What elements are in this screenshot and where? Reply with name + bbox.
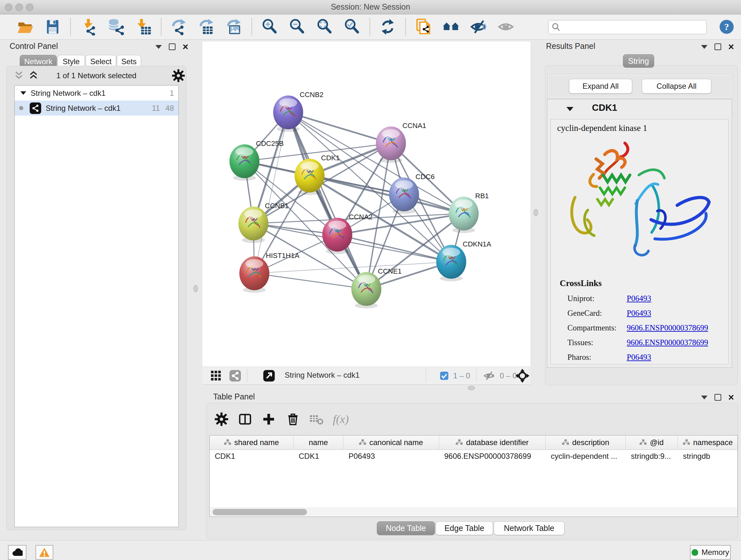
- results-panel-float-icon[interactable]: [715, 44, 721, 50]
- first-neighbors-button[interactable]: [414, 17, 433, 36]
- crosslink-row: Compartments: 9606.ENSP00000378699: [567, 320, 721, 335]
- tab-network-table[interactable]: Network Table: [494, 521, 564, 535]
- column-header-namespace[interactable]: namespace: [678, 435, 738, 449]
- expand-all-button[interactable]: Expand All: [569, 79, 632, 94]
- search-input[interactable]: [563, 22, 706, 32]
- export-table-button[interactable]: [197, 17, 216, 36]
- node-rb1[interactable]: RB1: [449, 192, 489, 233]
- table-panel-float-icon[interactable]: [715, 394, 721, 401]
- results-panel-header-controls: ×: [701, 44, 734, 50]
- network-badge-icon[interactable]: [229, 370, 241, 382]
- cell-database-identifier[interactable]: 9606.ENSP00000378699: [439, 450, 546, 462]
- network-canvas[interactable]: CCNB2 CCNA1 CDC25B CDK1 CDC6 R: [202, 42, 530, 367]
- results-panel-close-icon[interactable]: ×: [728, 44, 734, 50]
- toggle-columns-button[interactable]: [236, 410, 254, 428]
- show-all-button[interactable]: [496, 17, 515, 36]
- tab-node-table[interactable]: Node Table: [377, 521, 435, 535]
- import-network-from-database-button[interactable]: [107, 17, 125, 36]
- refresh-view-button[interactable]: [379, 17, 397, 36]
- cell-shared-name[interactable]: CDK1: [210, 450, 293, 462]
- collection-expander-icon[interactable]: [20, 91, 26, 95]
- zoom-out-button[interactable]: [288, 17, 307, 36]
- help-button[interactable]: ?: [719, 19, 734, 35]
- crosslink-link[interactable]: P06493: [627, 353, 651, 362]
- hide-selected-button[interactable]: [469, 17, 488, 36]
- import-network-from-file-button[interactable]: [79, 17, 98, 36]
- network-type-icon: [30, 103, 41, 114]
- scrollbar-thumb[interactable]: [212, 509, 307, 515]
- import-table-from-file-button[interactable]: [134, 17, 152, 36]
- cell-description[interactable]: cyclin-dependent ...: [546, 450, 626, 462]
- tab-edge-table[interactable]: Edge Table: [435, 521, 493, 535]
- birdseye-view-button[interactable]: [442, 17, 460, 36]
- cell-canonical-name[interactable]: P06493: [343, 450, 439, 462]
- import-network-from-database-icon: [107, 18, 125, 36]
- grid-view-icon[interactable]: [211, 370, 221, 381]
- crosslink-link[interactable]: P06493: [627, 294, 651, 303]
- table-panel: f(x) shared namenamecanonical namedataba…: [206, 403, 738, 539]
- bottom-splitter-handle[interactable]: [468, 386, 475, 390]
- network-options-gear-icon[interactable]: [172, 69, 185, 83]
- search-icon: [551, 22, 561, 32]
- column-header-name[interactable]: name: [293, 435, 343, 449]
- control-panel-float-icon[interactable]: [169, 44, 176, 50]
- open-session-button[interactable]: [16, 17, 35, 36]
- crosslink-row: Tissues: 9606.ENSP00000378699: [567, 335, 721, 350]
- crosslink-link[interactable]: 9606.ENSP00000378699: [627, 338, 708, 347]
- gene-card-expander-icon[interactable]: [566, 107, 574, 111]
- table-horizontal-scrollbar[interactable]: [210, 508, 737, 516]
- zoom-selected-button[interactable]: [343, 17, 361, 36]
- node-ccna1[interactable]: CCNA1: [376, 122, 426, 163]
- right-splitter-handle[interactable]: [534, 209, 538, 216]
- hide-selected-icon: [470, 18, 487, 36]
- control-panel-menu-icon[interactable]: [155, 45, 162, 49]
- warning-status-button[interactable]: [36, 545, 53, 560]
- export-image-button[interactable]: [225, 17, 243, 36]
- column-header--id[interactable]: @id: [626, 435, 678, 449]
- node-ccnb2[interactable]: CCNB2: [273, 91, 324, 132]
- birdseye-toggle-icon[interactable]: [515, 368, 530, 383]
- crosslinks-list: Uniprot: P06493GeneCard: P06493Compartme…: [567, 291, 721, 365]
- table-settings-button[interactable]: [212, 410, 230, 428]
- selected-checkbox-icon[interactable]: [440, 371, 449, 380]
- svg-text:?: ?: [724, 21, 729, 32]
- add-column-button[interactable]: [260, 410, 278, 428]
- open-session-icon: [17, 18, 34, 36]
- collapse-all-button[interactable]: Collapse All: [642, 79, 711, 94]
- table-row[interactable]: CDK1CDK1P064939606.ENSP00000378699cyclin…: [210, 450, 738, 462]
- control-panel-title: Control Panel: [10, 42, 58, 51]
- cell--id[interactable]: stringdb:9...: [626, 450, 678, 462]
- column-header-database-identifier[interactable]: database identifier: [439, 435, 546, 449]
- cloud-status-button[interactable]: [8, 545, 26, 560]
- node-cdkn1a[interactable]: CDKN1A: [436, 240, 491, 281]
- zoom-in-button[interactable]: [260, 17, 279, 36]
- tab-string[interactable]: String: [623, 54, 654, 68]
- column-header-description[interactable]: description: [546, 435, 626, 449]
- table-panel-close-icon[interactable]: ×: [728, 394, 734, 401]
- gene-card: CDK1 cyclin-dependent kinase 1: [547, 99, 732, 368]
- crosslink-link[interactable]: 9606.ENSP00000378699: [627, 323, 708, 332]
- column-header-shared-name[interactable]: shared name: [210, 435, 293, 449]
- table-panel-menu-icon[interactable]: [701, 395, 708, 399]
- edge-CCNA2-CDKN1A: [337, 235, 451, 262]
- left-splitter-handle[interactable]: [193, 285, 198, 292]
- control-panel-close-icon[interactable]: ×: [183, 44, 188, 50]
- results-panel-menu-icon[interactable]: [701, 45, 708, 49]
- network-row[interactable]: String Network – cdk1 11 48: [15, 101, 179, 116]
- save-session-button[interactable]: [44, 17, 62, 36]
- crosslink-link[interactable]: P06493: [627, 309, 651, 318]
- cell-name[interactable]: CDK1: [293, 450, 343, 462]
- collection-count: 1: [170, 89, 174, 98]
- search-field[interactable]: [548, 20, 706, 34]
- column-label: description: [572, 438, 609, 447]
- export-network-button[interactable]: [170, 17, 188, 36]
- first-neighbors-icon: [415, 18, 432, 36]
- cell-namespace[interactable]: stringdb: [678, 450, 738, 462]
- delete-column-button[interactable]: [284, 410, 302, 428]
- memory-button[interactable]: Memory: [690, 545, 731, 560]
- detach-view-icon[interactable]: [263, 370, 275, 382]
- hidden-eye-icon[interactable]: [482, 371, 495, 381]
- column-header-canonical-name[interactable]: canonical name: [343, 435, 439, 449]
- network-collection-row[interactable]: String Network – cdk1 1: [15, 85, 179, 101]
- zoom-fit-button[interactable]: [315, 17, 334, 36]
